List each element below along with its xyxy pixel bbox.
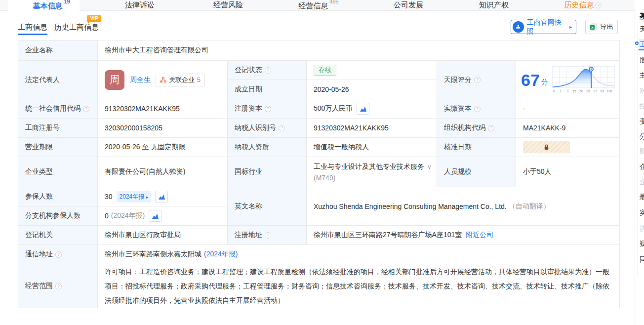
field-label-scope: 经营范围? bbox=[18, 264, 98, 308]
insured-trend-chart-icon[interactable] bbox=[155, 191, 168, 203]
field-value-taxpayer-no: 91320302MA21KAKK95 bbox=[307, 119, 437, 138]
help-icon[interactable]: ? bbox=[83, 106, 89, 112]
anchor-item-9[interactable]: 财 bbox=[640, 146, 644, 156]
subtab-history-business-info[interactable]: 历史工商信息 bbox=[54, 23, 99, 32]
tab-basic-info[interactable]: 基本信息19 bbox=[33, 0, 70, 11]
tab-history-info[interactable]: 历史信息? bbox=[564, 0, 602, 10]
help-icon[interactable]: ? bbox=[265, 67, 271, 74]
score-marker-pin bbox=[589, 67, 593, 71]
anchor-item-7[interactable]: 变 bbox=[640, 116, 644, 126]
tab-intellectual-property[interactable]: 知识产权 bbox=[479, 0, 509, 10]
field-label-establish-date: 成立日期 bbox=[228, 80, 307, 99]
anchor-item-8[interactable]: 分 bbox=[640, 131, 644, 141]
tab-operation-info-count: 495 bbox=[329, 0, 338, 4]
anchor-item-4[interactable]: 主 bbox=[640, 70, 644, 80]
svg-text:50: 50 bbox=[579, 89, 583, 93]
tab-legal-litigation[interactable]: 法律诉讼 bbox=[125, 0, 155, 10]
field-label-approval-date: 核准日期 bbox=[437, 138, 516, 157]
field-value-company-name: 徐州市申大工程咨询管理有限公司 bbox=[98, 41, 619, 61]
field-value-mail-address: 徐州市三环南路南侧永嘉太阳城(2024年报) bbox=[98, 245, 619, 264]
help-icon[interactable]: ? bbox=[55, 251, 62, 258]
locked-value[interactable] bbox=[523, 141, 570, 153]
field-label-industry: 国标行业 bbox=[228, 157, 307, 187]
anchor-item-2[interactable]: 工 bbox=[640, 40, 644, 49]
legal-rep-avatar[interactable]: 周 bbox=[105, 70, 124, 90]
anchor-item-15[interactable]: 疑 bbox=[640, 239, 644, 248]
help-icon[interactable]: ? bbox=[55, 283, 62, 289]
anchor-item-13[interactable]: 实 bbox=[640, 207, 644, 217]
field-label-org-code: 组织机构代码? bbox=[437, 119, 516, 138]
svg-text:3: 3 bbox=[566, 89, 568, 93]
lock-icon bbox=[544, 144, 549, 150]
branch-insured-trend-chart-icon[interactable] bbox=[149, 210, 161, 222]
capital-trend-chart-icon[interactable] bbox=[357, 103, 369, 115]
svg-text:x: x bbox=[591, 25, 593, 30]
anchor-item-11[interactable]: 企 bbox=[640, 177, 644, 187]
annual-report-badge[interactable]: 2024年报 ▸ bbox=[117, 191, 152, 203]
export-button[interactable]: x 导出 bbox=[585, 20, 618, 34]
field-label-insured: 参保人数 bbox=[18, 187, 98, 206]
tab-basic-info-count: 19 bbox=[64, 0, 70, 4]
anchor-item-14[interactable]: 协 bbox=[640, 223, 644, 233]
anchor-item-1[interactable]: 天 bbox=[640, 24, 644, 34]
field-label-reg-authority: 登记机关 bbox=[18, 226, 98, 245]
help-icon[interactable]: ? bbox=[265, 232, 271, 239]
tab-company-development[interactable]: 公司发展 bbox=[394, 0, 423, 10]
field-label-paid-capital: 实缴资本? bbox=[437, 99, 516, 119]
svg-text:0: 0 bbox=[553, 89, 555, 93]
annual-report-link[interactable]: (2024年报) bbox=[204, 250, 238, 259]
field-value-branch-insured: 0 (2024年报) bbox=[98, 206, 228, 226]
nearby-companies-link[interactable]: 附近公司 bbox=[466, 231, 493, 240]
tab-operation-info[interactable]: 经营信息495 bbox=[298, 0, 338, 11]
field-label-company-name: 企业名称 bbox=[18, 41, 98, 61]
field-value-industry[interactable]: 工业与专业设计及其他专业技术服务∨(M749) bbox=[307, 157, 437, 187]
field-label-taxpayer-no: 纳税人识别号? bbox=[228, 119, 307, 138]
help-icon[interactable]: ? bbox=[596, 2, 602, 8]
top-tabbar: 基本信息19 法律诉讼 经营风险 经营信息495 公司发展 知识产权 历史信息? bbox=[0, 0, 635, 11]
anchor-item-0[interactable]: 基 bbox=[640, 11, 644, 21]
field-value-tianyan-score[interactable]: 67 分 bbox=[516, 61, 619, 99]
anchor-item-5[interactable]: 对 bbox=[640, 85, 644, 95]
svg-text:85: 85 bbox=[586, 89, 590, 93]
field-label-legal-rep: 法定代表人 bbox=[18, 61, 98, 99]
field-value-reg-status: 存续 bbox=[307, 61, 437, 80]
official-snapshot-button[interactable]: 工商官网快照 ▸ bbox=[511, 20, 576, 34]
field-value-insured: 30 2024年报 ▸ bbox=[98, 187, 228, 206]
chevron-right-icon: ▸ bbox=[146, 195, 149, 200]
svg-text:1: 1 bbox=[560, 89, 562, 93]
score-value: 67 bbox=[521, 72, 540, 88]
anchor-active-dot bbox=[635, 41, 639, 45]
field-label-credit-code: 统一社会信用代码? bbox=[18, 99, 98, 119]
tab-business-risk[interactable]: 经营风险 bbox=[213, 0, 243, 10]
svg-text:100: 100 bbox=[606, 89, 612, 93]
field-value-legal-rep: 周 周全生 关联企业 5 bbox=[98, 61, 228, 99]
field-value-reg-authority: 徐州市泉山区行政审批局 bbox=[98, 226, 228, 245]
anchor-item-6[interactable]: 控 bbox=[640, 101, 644, 111]
anchor-item-3[interactable]: 股 bbox=[640, 55, 644, 65]
field-value-taxpayer-quality: 增值税一般纳税人 bbox=[307, 138, 437, 157]
field-value-org-code: MA21KAKK-9 bbox=[516, 119, 619, 138]
help-icon[interactable]: ? bbox=[279, 125, 285, 131]
score-distribution-chart: 0 1 3 15 50 85 97 99 100 bbox=[552, 66, 615, 94]
anchor-item-12[interactable]: 最 bbox=[640, 192, 644, 202]
subtab-business-info[interactable]: 工商信息 bbox=[18, 23, 47, 32]
field-value-establish-date: 2020-05-26 bbox=[307, 80, 437, 99]
legal-rep-name-link[interactable]: 周全生 bbox=[130, 76, 151, 84]
stamp-icon bbox=[513, 21, 524, 33]
field-label-reg-address: 注册地址? bbox=[228, 226, 307, 245]
field-label-term: 营业期限 bbox=[18, 138, 98, 157]
field-value-term: 2020-05-26 至 无固定期限 bbox=[98, 138, 228, 157]
business-info-table: 企业名称 徐州市申大工程咨询管理有限公司 法定代表人 周 周全生 关联企业 5 … bbox=[18, 40, 620, 308]
score-unit: 分 bbox=[541, 78, 548, 87]
field-label-reg-capital: 注册资本? bbox=[228, 99, 307, 119]
help-icon[interactable]: ? bbox=[474, 106, 481, 112]
help-icon[interactable]: ? bbox=[488, 125, 494, 131]
related-companies-badge[interactable]: 关联企业 5 bbox=[156, 74, 205, 86]
anchor-item-16[interactable]: 同 bbox=[640, 254, 644, 264]
field-value-reg-capital: 500万人民币 bbox=[307, 99, 437, 119]
chevron-down-icon[interactable]: ∨ bbox=[427, 163, 432, 170]
field-label-mail-address: 通信地址? bbox=[18, 245, 98, 264]
help-icon[interactable]: ? bbox=[474, 77, 481, 83]
anchor-item-10[interactable]: 企 bbox=[640, 162, 644, 171]
help-icon[interactable]: ? bbox=[265, 106, 271, 112]
